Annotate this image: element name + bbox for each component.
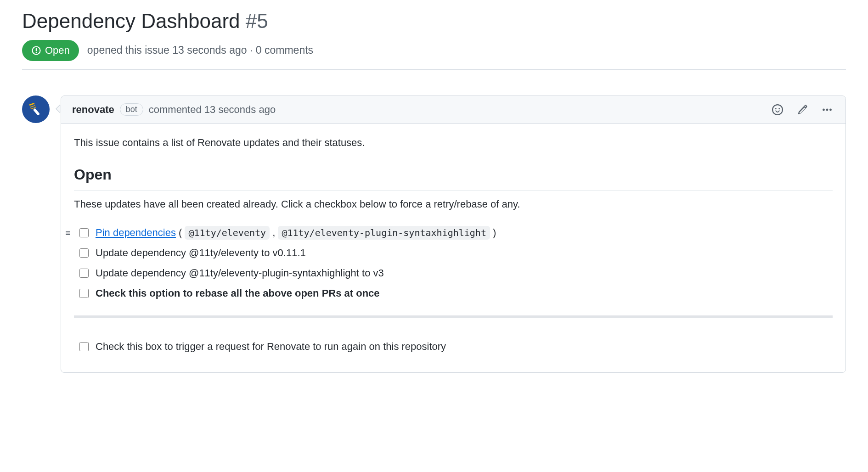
comment-author-link[interactable]: renovate: [72, 104, 114, 116]
edit-comment-button[interactable]: [795, 102, 810, 117]
issue-number: #5: [246, 10, 268, 32]
task-label: Pin dependencies ( @11ty/eleventy , @11t…: [96, 225, 496, 241]
comment-meta-text: commented 13 seconds ago: [149, 104, 276, 116]
task-checkbox[interactable]: [79, 342, 89, 351]
task-label: Update dependency @11ty/eleventy to v0.1…: [96, 245, 306, 261]
footer-task-list: ≡ Check this box to trigger a request fo…: [74, 337, 833, 357]
pencil-icon: [797, 104, 808, 115]
drag-handle-icon[interactable]: ≡: [64, 228, 72, 237]
issue-header: Dependency Dashboard #5 Open opened this…: [22, 9, 846, 70]
section-intro: These updates have all been created alre…: [74, 197, 833, 212]
issue-state-text: Open: [45, 45, 70, 56]
task-checkbox[interactable]: [79, 289, 89, 298]
svg-point-5: [826, 108, 829, 111]
issue-state-badge: Open: [22, 40, 79, 61]
issue-meta-text: opened this issue 13 seconds ago · 0 com…: [87, 44, 313, 56]
bot-badge: bot: [120, 103, 143, 116]
svg-point-6: [829, 108, 832, 111]
pin-dependencies-link[interactable]: Pin dependencies: [96, 227, 176, 238]
task-item: ≡ Check this option to rebase all the ab…: [74, 283, 833, 303]
code-package: @11ty/eleventy-plugin-syntaxhighlight: [278, 226, 490, 240]
comment-body: This issue contains a list of Renovate u…: [61, 124, 845, 372]
renovate-icon: [28, 101, 44, 117]
task-checkbox[interactable]: [79, 269, 89, 278]
comment-header: renovate bot commented 13 seconds ago: [61, 96, 845, 124]
issue-title-text: Dependency Dashboard: [22, 10, 240, 32]
task-item: ≡ Update dependency @11ty/eleventy to v0…: [74, 243, 833, 263]
issue-open-icon: [31, 45, 41, 56]
task-item: ≡ Pin dependencies ( @11ty/eleventy , @1…: [74, 223, 833, 243]
issue-meta-row: Open opened this issue 13 seconds ago · …: [22, 40, 846, 70]
comment-timeline: renovate bot commented 13 seconds ago Th…: [22, 96, 846, 373]
task-item: ≡ Update dependency @11ty/eleventy-plugi…: [74, 263, 833, 283]
smiley-icon: [772, 104, 783, 115]
task-label: Update dependency @11ty/eleventy-plugin-…: [96, 265, 384, 281]
task-checkbox[interactable]: [79, 228, 89, 237]
svg-rect-3: [33, 108, 40, 116]
svg-point-4: [823, 108, 825, 111]
section-heading-open: Open: [74, 163, 833, 191]
task-item: ≡ Check this box to trigger a request fo…: [74, 337, 833, 357]
comment-intro: This issue contains a list of Renovate u…: [74, 135, 833, 151]
issue-title: Dependency Dashboard #5: [22, 9, 846, 34]
comment-actions-menu-button[interactable]: [820, 102, 834, 117]
avatar[interactable]: [22, 96, 50, 123]
code-package: @11ty/eleventy: [185, 226, 270, 240]
kebab-icon: [822, 104, 833, 115]
divider: [74, 315, 833, 318]
task-checkbox[interactable]: [79, 248, 89, 258]
comment-box: renovate bot commented 13 seconds ago Th…: [61, 96, 846, 373]
add-reaction-button[interactable]: [770, 102, 785, 117]
task-label: Check this box to trigger a request for …: [96, 339, 446, 354]
task-list: ≡ Pin dependencies ( @11ty/eleventy , @1…: [74, 223, 833, 303]
task-label: Check this option to rebase all the abov…: [96, 286, 380, 301]
